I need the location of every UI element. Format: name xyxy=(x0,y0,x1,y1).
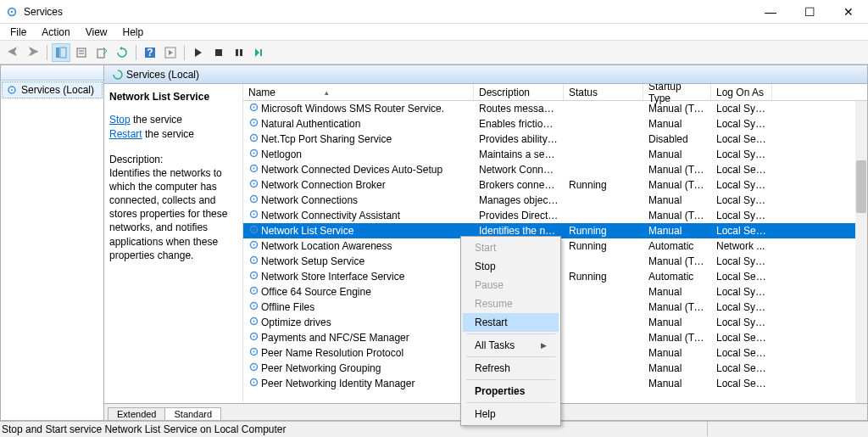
menu-view[interactable]: View xyxy=(79,25,114,40)
service-icon xyxy=(248,178,259,192)
ctx-properties[interactable]: Properties xyxy=(463,382,559,401)
service-row[interactable]: Network ConnectionsManages objects...Man… xyxy=(243,193,867,208)
tab-extended[interactable]: Extended xyxy=(108,407,165,420)
service-name: Network Connection Broker xyxy=(261,179,386,191)
tree-root-item[interactable]: Services (Local) xyxy=(2,81,103,98)
service-startup: Manual xyxy=(643,148,711,160)
selected-service-name: Network List Service xyxy=(109,91,236,103)
service-logon: Local Serv... xyxy=(711,133,772,145)
service-icon xyxy=(248,209,259,222)
service-icon xyxy=(248,132,259,146)
app-icon xyxy=(5,5,19,19)
col-startup[interactable]: Startup Type xyxy=(643,84,711,100)
fwd-button[interactable] xyxy=(161,43,180,62)
service-logon: Local Serv... xyxy=(711,378,772,389)
service-name: Network List Service xyxy=(261,225,353,237)
service-row[interactable]: Network Connectivity AssistantProvides D… xyxy=(243,208,867,223)
svg-point-20 xyxy=(253,122,255,124)
service-icon xyxy=(248,224,259,238)
restart-link[interactable]: Restart xyxy=(109,128,142,140)
maximize-button[interactable]: ☐ xyxy=(790,0,829,24)
ctx-alltasks[interactable]: All Tasks▶ xyxy=(463,336,559,355)
refresh-button[interactable] xyxy=(113,43,131,62)
service-logon: Local Syst... xyxy=(711,148,772,160)
service-startup: Manual xyxy=(643,347,711,359)
service-row[interactable]: Microsoft Windows SMS Router Service.Rou… xyxy=(243,101,867,116)
stop-link[interactable]: Stop xyxy=(109,114,131,126)
svg-point-34 xyxy=(253,229,255,231)
service-row[interactable]: NetlogonMaintains a secur...ManualLocal … xyxy=(243,147,867,162)
forward-button[interactable]: ⮞ xyxy=(24,43,42,62)
service-description: Maintains a secur... xyxy=(474,148,564,160)
service-row[interactable]: Network Connected Devices Auto-SetupNetw… xyxy=(243,162,867,177)
help-button[interactable]: ? xyxy=(141,43,159,62)
svg-rect-4 xyxy=(77,48,86,57)
service-name: Optimize drives xyxy=(261,317,331,328)
back-button[interactable]: ⮜ xyxy=(3,43,22,62)
svg-rect-7 xyxy=(97,49,104,58)
col-name[interactable]: Name▴ xyxy=(243,84,474,100)
scrollbar-thumb[interactable] xyxy=(856,160,866,213)
context-menu: Start Stop Pause Resume Restart All Task… xyxy=(460,236,561,426)
tab-standard[interactable]: Standard xyxy=(164,407,221,420)
properties-button[interactable] xyxy=(72,43,91,62)
service-startup: Manual (Tri... xyxy=(643,164,711,176)
ctx-help[interactable]: Help xyxy=(463,405,559,423)
svg-point-24 xyxy=(253,153,255,154)
svg-text:?: ? xyxy=(147,47,153,59)
restart-service-button[interactable] xyxy=(250,43,269,62)
svg-point-16 xyxy=(11,89,13,91)
service-icon xyxy=(248,148,259,161)
window-title: Services xyxy=(24,6,751,18)
status-bar: Stop and Start service Network List Serv… xyxy=(0,421,868,436)
pause-service-button[interactable] xyxy=(230,43,248,62)
service-startup: Manual (Tri... xyxy=(643,255,711,267)
service-icon xyxy=(248,285,259,299)
ctx-resume: Resume xyxy=(463,294,559,313)
service-name: Network Connected Devices Auto-Setup xyxy=(261,164,442,176)
service-row[interactable]: Natural AuthenticationEnables friction-f… xyxy=(243,116,867,132)
service-startup: Manual xyxy=(643,225,711,237)
col-logon[interactable]: Log On As xyxy=(711,84,772,100)
description-label: Description: xyxy=(109,154,236,165)
refresh-icon[interactable] xyxy=(109,70,126,80)
col-description[interactable]: Description xyxy=(474,84,564,100)
ctx-stop[interactable]: Stop xyxy=(463,257,559,276)
stop-service-button[interactable] xyxy=(209,43,228,62)
close-button[interactable]: ✕ xyxy=(829,0,868,24)
toolbar: ⮜ ⮞ ? xyxy=(0,41,868,64)
service-row[interactable]: Network Connection BrokerBrokers connect… xyxy=(243,177,867,193)
scrollbar[interactable] xyxy=(855,101,867,403)
menu-action[interactable]: Action xyxy=(35,25,76,40)
service-logon: Local Serv... xyxy=(711,225,772,237)
service-logon: Local Syst... xyxy=(711,103,772,115)
menu-help[interactable]: Help xyxy=(116,25,151,40)
svg-point-28 xyxy=(253,183,255,185)
title-bar: Services — ☐ ✕ xyxy=(0,0,868,24)
ctx-refresh[interactable]: Refresh xyxy=(463,359,559,378)
service-status: Running xyxy=(564,225,643,237)
service-name: Peer Networking Identity Manager xyxy=(261,378,415,389)
service-description: Network Connect... xyxy=(474,164,564,176)
col-status[interactable]: Status xyxy=(564,84,643,100)
service-icon xyxy=(248,117,259,131)
service-status: Running xyxy=(564,271,643,283)
service-description: Brokers connecti... xyxy=(474,179,564,191)
menu-file[interactable]: File xyxy=(3,25,33,40)
export-button[interactable] xyxy=(92,43,111,62)
minimize-button[interactable]: — xyxy=(751,0,790,24)
sort-indicator-icon: ▴ xyxy=(325,88,329,97)
service-icon xyxy=(248,163,259,176)
service-name: Network Setup Service xyxy=(261,255,364,267)
show-hide-tree-button[interactable] xyxy=(52,43,70,62)
service-row[interactable]: Net.Tcp Port Sharing ServiceProvides abi… xyxy=(243,132,867,147)
ctx-restart[interactable]: Restart xyxy=(463,313,559,332)
start-service-button[interactable] xyxy=(189,43,208,62)
service-logon: Local Serv... xyxy=(711,271,772,283)
service-logon: Local Serv... xyxy=(711,362,772,374)
service-name: Peer Name Resolution Protocol xyxy=(261,347,403,359)
service-startup: Automatic xyxy=(643,271,711,283)
service-description: Identifies the net... xyxy=(474,225,564,237)
service-icon xyxy=(248,300,259,314)
service-startup: Manual (Tri... xyxy=(643,103,711,115)
